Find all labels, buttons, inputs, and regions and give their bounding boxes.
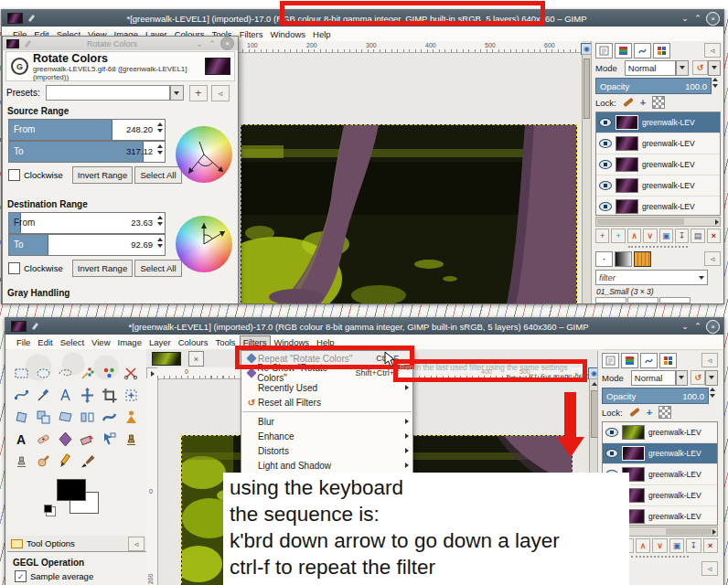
tool-select-by-color[interactable] bbox=[98, 362, 120, 384]
tab-layers[interactable] bbox=[602, 353, 619, 368]
dock-menu-button[interactable]: ◃ bbox=[701, 353, 718, 367]
lower-layer-button[interactable]: ∨ bbox=[652, 538, 667, 553]
tool-fuzzy-select[interactable] bbox=[76, 362, 98, 384]
spinner[interactable] bbox=[157, 216, 163, 226]
maximize-button[interactable]: ⌃ bbox=[691, 322, 704, 331]
source-clockwise-checkbox[interactable] bbox=[8, 169, 20, 181]
source-from-slider[interactable]: From 248.20 bbox=[8, 119, 166, 141]
maximize-button[interactable]: ⌃ bbox=[691, 14, 704, 23]
mode-reset-icon[interactable]: ↺ bbox=[692, 60, 708, 75]
tool-scale[interactable] bbox=[32, 406, 54, 428]
visibility-eye-icon[interactable] bbox=[599, 160, 612, 169]
layer-row[interactable]: greenwalk-LEV bbox=[596, 197, 720, 216]
tool-options-menu-button[interactable]: ◃ bbox=[128, 537, 145, 551]
tab-gradients[interactable] bbox=[615, 251, 632, 267]
minimize-button[interactable]: ⌄ bbox=[679, 14, 691, 23]
tab-brushes[interactable]: · bbox=[595, 251, 613, 267]
tab-channels[interactable] bbox=[621, 353, 638, 368]
new-group-button[interactable]: + bbox=[611, 229, 625, 243]
menu-item-distorts[interactable]: Distorts bbox=[241, 443, 412, 458]
hscroll-right-icon[interactable] bbox=[712, 529, 716, 535]
dialog-pin-icon[interactable] bbox=[24, 40, 31, 48]
dest-invert-button[interactable]: Invert Range bbox=[72, 260, 133, 277]
sample-average-checkbox[interactable]: ✓ bbox=[15, 570, 27, 582]
tool-move[interactable] bbox=[76, 384, 98, 406]
menu-item-blur[interactable]: Blur bbox=[241, 414, 412, 429]
menu-colours[interactable]: Colours bbox=[175, 335, 212, 349]
tab-channels[interactable] bbox=[615, 43, 632, 58]
tool-flip[interactable] bbox=[76, 406, 98, 428]
layer-list-hscroll[interactable] bbox=[595, 217, 721, 227]
lock-alpha-icon[interactable] bbox=[658, 406, 671, 419]
tool-crop[interactable] bbox=[98, 384, 120, 406]
menu-item-reset-all[interactable]: ↺ Reset all Filters bbox=[241, 395, 412, 410]
delete-layer-button[interactable]: × bbox=[707, 229, 721, 243]
tool-pencil[interactable] bbox=[54, 450, 76, 472]
tool-shear[interactable] bbox=[54, 406, 76, 428]
opacity-slider[interactable]: Opacity 100.0 bbox=[602, 388, 709, 404]
menu-image[interactable]: Image bbox=[114, 335, 145, 349]
tool-measure[interactable] bbox=[54, 384, 76, 406]
layer-row[interactable]: greenwalk-LEV bbox=[603, 443, 717, 464]
presets-add-button[interactable]: + bbox=[189, 85, 208, 101]
tool-options-header[interactable]: Tool Options ◃ bbox=[7, 536, 146, 552]
tool-cage-transform[interactable] bbox=[120, 406, 142, 428]
menu-layer[interactable]: Layer bbox=[145, 335, 175, 349]
lower-layer-button[interactable]: ∨ bbox=[643, 229, 657, 243]
delete-layer-button[interactable]: × bbox=[703, 538, 718, 553]
menu-item-enhance[interactable]: Enhance bbox=[241, 429, 412, 443]
dest-from-value[interactable]: 23.63 bbox=[131, 218, 153, 228]
mode-reset-icon[interactable]: ↺ bbox=[691, 370, 705, 385]
lock-alpha-icon[interactable] bbox=[652, 96, 665, 109]
brushes-menu-button[interactable]: ◃ bbox=[704, 251, 721, 266]
tool-perspective-clone[interactable] bbox=[10, 450, 32, 472]
tool-paintbrush[interactable] bbox=[76, 450, 98, 472]
tab-colors[interactable] bbox=[653, 43, 670, 58]
tool-gradient[interactable] bbox=[54, 428, 76, 450]
dialog-minimize[interactable]: ⌄ bbox=[193, 39, 206, 48]
spinner[interactable] bbox=[157, 122, 163, 133]
hscroll-thumb[interactable] bbox=[597, 218, 684, 225]
dock-separator[interactable] bbox=[628, 246, 688, 248]
canvas-image[interactable] bbox=[241, 124, 577, 304]
canvas-area[interactable]: 100 200 300 400 500 600 bbox=[237, 41, 582, 303]
spinner[interactable] bbox=[157, 238, 163, 248]
minimize-button[interactable]: ⌄ bbox=[679, 322, 691, 331]
dest-to-value[interactable]: 92.69 bbox=[131, 239, 153, 250]
menu-view[interactable]: View bbox=[88, 335, 113, 349]
tool-rotate[interactable] bbox=[10, 406, 32, 428]
opacity-spinner[interactable] bbox=[712, 78, 718, 92]
tool-smudge[interactable] bbox=[32, 450, 54, 472]
close-view-button[interactable]: × bbox=[188, 351, 204, 367]
tab-paths[interactable] bbox=[634, 43, 651, 58]
menu-help[interactable]: Help bbox=[309, 27, 335, 41]
mode-select[interactable]: Normal bbox=[631, 370, 676, 386]
hscroll-thumb[interactable] bbox=[666, 528, 712, 535]
brush-filter-input[interactable]: filter bbox=[595, 270, 708, 285]
raise-layer-button[interactable]: ∧ bbox=[627, 229, 641, 243]
anchor-layer-button[interactable]: ↧ bbox=[686, 538, 701, 553]
source-to-slider[interactable]: To 317.12 bbox=[8, 141, 166, 163]
visibility-eye-icon[interactable] bbox=[605, 428, 618, 437]
menu-windows[interactable]: Windows bbox=[267, 27, 310, 41]
dialog-close[interactable]: × bbox=[220, 37, 234, 50]
layer-row[interactable]: greenwalk-LEV bbox=[596, 176, 720, 197]
duplicate-layer-button[interactable]: ▣ bbox=[659, 229, 673, 243]
mode-dropdown-icon[interactable] bbox=[676, 60, 689, 76]
opacity-slider[interactable]: Opacity 100.0 bbox=[595, 78, 712, 94]
opacity-spinner[interactable] bbox=[710, 388, 715, 402]
tool-free-select[interactable] bbox=[54, 362, 76, 384]
lock-pixels-icon[interactable] bbox=[629, 408, 640, 418]
anchor-layer-button[interactable]: ↧ bbox=[675, 229, 689, 243]
foreground-color-swatch[interactable] bbox=[57, 479, 86, 501]
menu-edit[interactable]: Edit bbox=[34, 335, 56, 349]
tool-ellipse-select[interactable] bbox=[32, 362, 54, 384]
presets-select[interactable] bbox=[46, 85, 170, 101]
visibility-eye-icon[interactable] bbox=[599, 139, 612, 148]
fg-bg-colors[interactable] bbox=[55, 479, 106, 516]
pin-icon[interactable] bbox=[27, 15, 35, 22]
dest-to-slider[interactable]: To 92.69 bbox=[8, 234, 166, 256]
tool-rect-select[interactable] bbox=[10, 362, 32, 384]
tool-alignment[interactable] bbox=[98, 428, 120, 450]
tab-paths[interactable] bbox=[640, 353, 658, 368]
